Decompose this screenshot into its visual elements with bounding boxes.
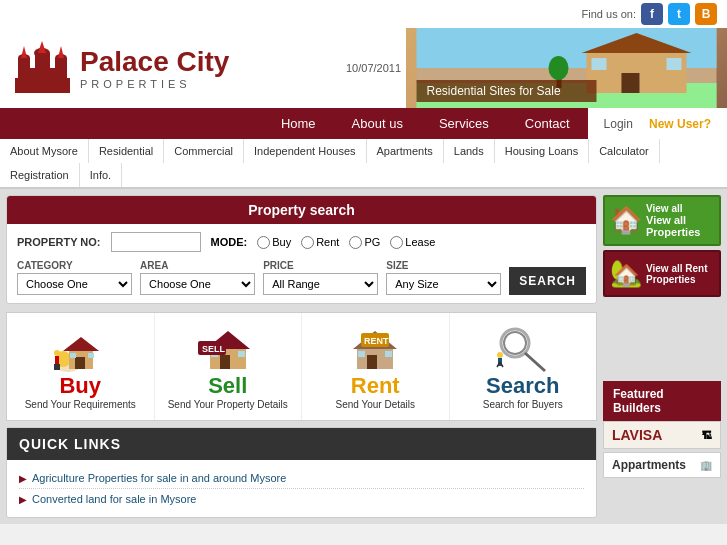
- view-rent-text: View all Rent Properties: [646, 263, 714, 285]
- logo-area: Palace City PROPERTIES: [0, 28, 341, 108]
- svg-rect-44: [358, 351, 365, 357]
- prop-no-label: PROPERTY NO:: [17, 236, 101, 248]
- bottom-section: QUICK LINKS ▶ Agriculture Properties for…: [6, 421, 597, 518]
- price-field: PRICE All Range: [263, 260, 378, 295]
- area-select[interactable]: Choose One: [140, 273, 255, 295]
- svg-rect-32: [54, 364, 57, 370]
- svg-point-49: [504, 332, 526, 354]
- subnav-registration[interactable]: Registration: [0, 163, 80, 187]
- search-row1: PROPERTY NO: MODE: Buy Rent PG Lease: [17, 232, 586, 252]
- svg-rect-27: [75, 357, 85, 369]
- mode-buy[interactable]: Buy: [257, 236, 291, 249]
- right-column: 🏠 View all View all Properties 🏡 View al…: [603, 195, 721, 518]
- find-us-text: Find us on:: [582, 8, 636, 20]
- header-top-row: Find us on: f t B: [0, 0, 727, 28]
- buy-illustration: [53, 323, 108, 373]
- social-facebook[interactable]: f: [641, 3, 663, 25]
- action-search[interactable]: Search Search for Buyers: [450, 313, 597, 420]
- subnav-independent-houses[interactable]: Independent Houses: [244, 139, 367, 163]
- property-no-input[interactable]: [111, 232, 201, 252]
- subnav-commercial[interactable]: Commercial: [164, 139, 244, 163]
- logo-icon: [10, 38, 75, 98]
- nav-home[interactable]: Home: [263, 108, 334, 139]
- ql-arrow-1: ▶: [19, 473, 27, 484]
- action-sell[interactable]: SELL Sell Send Your Property Details: [155, 313, 303, 420]
- nav-contact[interactable]: Contact: [507, 108, 588, 139]
- rent-subtitle: Send Your Details: [335, 399, 415, 410]
- price-select[interactable]: All Range: [263, 273, 378, 295]
- nav-services[interactable]: Services: [421, 108, 507, 139]
- subnav-calculator[interactable]: Calculator: [589, 139, 660, 163]
- ql-arrow-2: ▶: [19, 494, 27, 505]
- sell-illustration: SELL: [198, 323, 258, 373]
- new-user-link[interactable]: New User?: [641, 114, 719, 134]
- svg-text:RENT: RENT: [364, 336, 389, 346]
- view-all-properties-btn[interactable]: 🏠 View all View all Properties: [603, 195, 721, 246]
- svg-marker-10: [58, 46, 64, 58]
- login-link[interactable]: Login: [596, 114, 641, 134]
- category-select[interactable]: Choose One: [17, 273, 132, 295]
- view-rent-properties-btn[interactable]: 🏡 View all Rent Properties: [603, 250, 721, 297]
- logo-name: Palace City: [80, 46, 229, 78]
- svg-rect-31: [55, 356, 59, 364]
- social-twitter[interactable]: t: [668, 3, 690, 25]
- nav-about[interactable]: About us: [334, 108, 421, 139]
- area-field: AREA Choose One: [140, 260, 255, 295]
- svg-text:SELL: SELL: [202, 344, 226, 354]
- sell-subtitle: Send Your Property Details: [168, 399, 288, 410]
- ql-link-1[interactable]: Agriculture Properties for sale in and a…: [32, 472, 286, 484]
- social-blogger[interactable]: B: [695, 3, 717, 25]
- logo-text: Palace City PROPERTIES: [80, 46, 229, 90]
- sub-nav: About Mysore Residential Commercial Inde…: [0, 139, 727, 189]
- subnav-apartments[interactable]: Apartments: [367, 139, 444, 163]
- action-rent[interactable]: RENT Rent Send Your Details: [302, 313, 450, 420]
- search-button[interactable]: SEARCH: [509, 267, 586, 295]
- svg-rect-17: [592, 58, 607, 70]
- nav-bar: Home About us Services Contact Login New…: [0, 108, 727, 139]
- header: Palace City PROPERTIES 10/07/2011: [0, 28, 727, 108]
- area-label: AREA: [140, 260, 255, 271]
- action-buy[interactable]: Buy Send Your Requirements: [7, 313, 155, 420]
- featured-item-1[interactable]: LAVISA 🏗: [603, 421, 721, 449]
- login-area: Login New User?: [588, 108, 727, 139]
- featured-item-2[interactable]: Appartments 🏢: [603, 452, 721, 478]
- search-header: Property search: [7, 196, 596, 224]
- buy-title: Buy: [59, 373, 101, 399]
- ql-item[interactable]: ▶ Agriculture Properties for sale in and…: [19, 468, 584, 489]
- subnav-info[interactable]: Info.: [80, 163, 122, 187]
- banner-illustration: Residential Sites for Sale: [406, 28, 727, 108]
- featured-builders: Featured Builders LAVISA 🏗 Appartments 🏢: [603, 381, 721, 481]
- ql-link-2[interactable]: Converted land for sale in Mysore: [32, 493, 196, 505]
- main-content: Property search PROPERTY NO: MODE: Buy R…: [0, 189, 727, 524]
- search-illustration: [495, 323, 550, 373]
- date-text: 10/07/2011: [346, 62, 401, 74]
- subnav-about-mysore[interactable]: About Mysore: [0, 139, 89, 163]
- action-cards: Buy Send Your Requirements SELL Sell Sen…: [6, 312, 597, 421]
- search-btn-area: SEARCH: [509, 267, 586, 295]
- rent-title: Rent: [351, 373, 400, 399]
- mode-pg[interactable]: PG: [349, 236, 380, 249]
- category-field: CATEGORY Choose One: [17, 260, 132, 295]
- svg-rect-28: [70, 353, 76, 358]
- svg-rect-43: [367, 355, 377, 369]
- mode-lease[interactable]: Lease: [390, 236, 435, 249]
- svg-rect-36: [220, 355, 230, 369]
- mode-radio-group: Buy Rent PG Lease: [257, 236, 435, 249]
- mode-rent[interactable]: Rent: [301, 236, 339, 249]
- size-select[interactable]: Any Size: [386, 273, 501, 295]
- rent-illustration: RENT: [345, 323, 405, 373]
- subnav-residential[interactable]: Residential: [89, 139, 164, 163]
- svg-marker-25: [63, 337, 99, 351]
- quick-links: QUICK LINKS ▶ Agriculture Properties for…: [6, 427, 597, 518]
- header-banner: Residential Sites for Sale: [406, 28, 727, 108]
- mode-label: MODE:: [211, 236, 248, 248]
- ql-header: QUICK LINKS: [7, 428, 596, 460]
- svg-point-48: [501, 329, 529, 357]
- subnav-housing-loans[interactable]: Housing Loans: [495, 139, 589, 163]
- subnav-lands[interactable]: Lands: [444, 139, 495, 163]
- svg-point-20: [549, 56, 569, 80]
- ql-item-2[interactable]: ▶ Converted land for sale in Mysore: [19, 489, 584, 509]
- svg-rect-45: [385, 351, 392, 357]
- svg-marker-8: [21, 46, 27, 58]
- buy-subtitle: Send Your Requirements: [25, 399, 136, 410]
